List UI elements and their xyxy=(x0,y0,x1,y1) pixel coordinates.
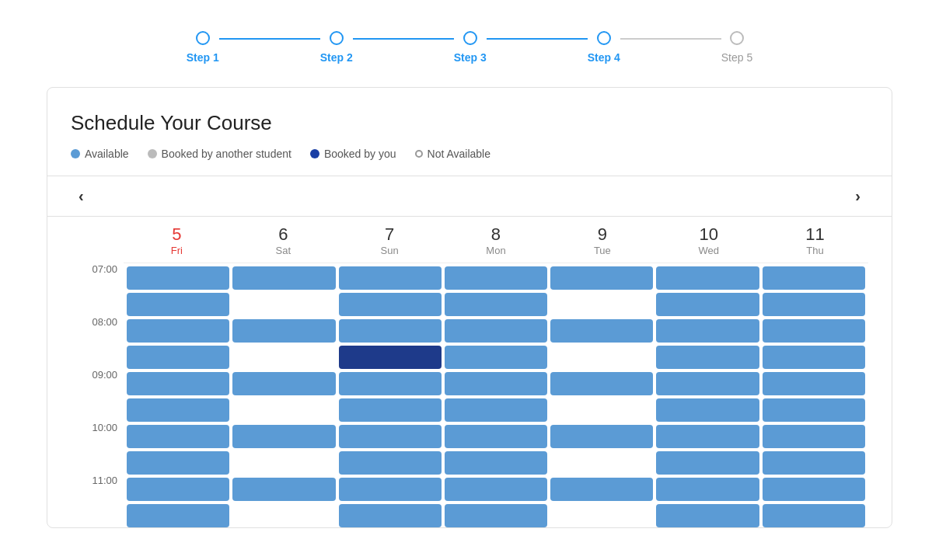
slot-col5-row2[interactable] xyxy=(656,319,759,343)
slot-col2-row7[interactable] xyxy=(339,451,442,475)
slot-col4-row8[interactable] xyxy=(550,478,653,501)
slot-col0-row9[interactable] xyxy=(127,504,229,527)
col-day-6 xyxy=(763,266,865,527)
day-name-6: Thu xyxy=(762,245,868,256)
slot-col3-row5[interactable] xyxy=(445,398,547,422)
slot-grid xyxy=(124,263,868,527)
stepper-section: Step 1 Step 2 Step 3 Step 4 xyxy=(0,0,939,87)
slot-col6-row5[interactable] xyxy=(763,398,865,422)
slot-col0-row5[interactable] xyxy=(127,398,229,422)
page-wrapper: Step 1 Step 2 Step 3 Step 4 xyxy=(0,0,939,560)
day-number-6: 11 xyxy=(762,224,868,245)
slot-col2-row4[interactable] xyxy=(339,372,442,395)
slot-col3-row0[interactable] xyxy=(445,266,547,290)
day-number-1: 6 xyxy=(230,224,337,245)
legend-booked-you: Booked by you xyxy=(310,148,396,160)
step-item-5: Step 5 xyxy=(721,31,752,64)
col-day-3 xyxy=(445,266,547,527)
slot-col3-row4[interactable] xyxy=(445,372,547,395)
slot-col1-row0[interactable] xyxy=(232,266,335,290)
legend-label-another: Booked by another student xyxy=(162,148,291,160)
slot-col5-row5[interactable] xyxy=(656,398,759,422)
slot-col0-row4[interactable] xyxy=(127,372,229,395)
slot-col2-row0[interactable] xyxy=(339,266,442,290)
slot-col3-row6[interactable] xyxy=(445,425,547,448)
col-day-1 xyxy=(232,266,335,527)
legend-label-available: Available xyxy=(85,148,129,160)
slot-col1-row2[interactable] xyxy=(232,319,335,343)
step-connector-4-5 xyxy=(620,38,721,40)
slot-col6-row7[interactable] xyxy=(763,451,865,475)
slot-col2-row6[interactable] xyxy=(339,425,442,448)
prev-week-button[interactable]: ‹ xyxy=(79,187,84,205)
slot-col2-row5[interactable] xyxy=(339,398,442,422)
slot-col4-row2[interactable] xyxy=(550,319,653,343)
slot-col3-row8[interactable] xyxy=(445,478,547,501)
slot-col1-row3 xyxy=(232,346,335,369)
slot-col3-row3[interactable] xyxy=(445,346,547,369)
slot-col0-row2[interactable] xyxy=(127,319,229,343)
slot-col2-row2[interactable] xyxy=(339,319,442,343)
slot-col2-row1[interactable] xyxy=(339,293,442,316)
slot-col5-row7[interactable] xyxy=(656,451,759,475)
slot-col4-row6[interactable] xyxy=(550,425,653,448)
days-area: 5 Fri 6 Sat 7 Sun 8 Mon xyxy=(124,217,868,527)
day-header-2: 7 Sun xyxy=(337,224,443,256)
step-circle-2 xyxy=(330,31,344,45)
day-header-3: 8 Mon xyxy=(443,224,550,256)
slot-col6-row6[interactable] xyxy=(763,425,865,448)
legend-dot-available xyxy=(71,149,80,158)
day-headers: 5 Fri 6 Sat 7 Sun 8 Mon xyxy=(124,217,868,263)
col-day-4 xyxy=(550,266,653,527)
slot-col4-row4[interactable] xyxy=(550,372,653,395)
stepper: Step 1 Step 2 Step 3 Step 4 xyxy=(187,31,753,64)
slot-col5-row3[interactable] xyxy=(656,346,759,369)
slot-col6-row3[interactable] xyxy=(763,346,865,369)
step-label-3: Step 3 xyxy=(454,51,487,64)
slot-col6-row0[interactable] xyxy=(763,266,865,290)
slot-col0-row6[interactable] xyxy=(127,425,229,448)
slot-col5-row6[interactable] xyxy=(656,425,759,448)
slot-col3-row2[interactable] xyxy=(445,319,547,343)
day-number-0: 5 xyxy=(124,224,230,245)
slot-col6-row4[interactable] xyxy=(763,372,865,395)
day-name-0: Fri xyxy=(124,245,230,256)
step-label-5: Step 5 xyxy=(721,51,752,64)
slot-col5-row4[interactable] xyxy=(656,372,759,395)
slot-col5-row0[interactable] xyxy=(656,266,759,290)
slot-col0-row0[interactable] xyxy=(127,266,229,290)
slot-col5-row1[interactable] xyxy=(656,293,759,316)
slot-col3-row1[interactable] xyxy=(445,293,547,316)
slot-col3-row9[interactable] xyxy=(445,504,547,527)
slot-col2-row3[interactable] xyxy=(339,346,442,369)
slot-col4-row0[interactable] xyxy=(550,266,653,290)
col-day-2 xyxy=(339,266,442,527)
slot-col5-row9[interactable] xyxy=(656,504,759,527)
slot-col6-row9[interactable] xyxy=(763,504,865,527)
slot-col6-row2[interactable] xyxy=(763,319,865,343)
legend-label-booked-you: Booked by you xyxy=(324,148,396,160)
day-number-3: 8 xyxy=(443,224,550,245)
slot-col0-row1[interactable] xyxy=(127,293,229,316)
step-connector-3-4 xyxy=(487,38,588,40)
slot-col1-row6[interactable] xyxy=(232,425,335,448)
slot-col1-row4[interactable] xyxy=(232,372,335,395)
slot-col0-row7[interactable] xyxy=(127,451,229,475)
slot-col6-row8[interactable] xyxy=(763,478,865,501)
step-circle-3 xyxy=(463,31,477,45)
slot-col2-row8[interactable] xyxy=(339,478,442,501)
slot-col3-row7[interactable] xyxy=(445,451,547,475)
slot-col5-row8[interactable] xyxy=(656,478,759,501)
step-item-4: Step 4 xyxy=(588,31,620,64)
time-label-800: 08:00 xyxy=(71,315,124,367)
slot-col1-row8[interactable] xyxy=(232,478,335,501)
slot-col0-row8[interactable] xyxy=(127,478,229,501)
slot-col0-row3[interactable] xyxy=(127,346,229,369)
slot-col6-row1[interactable] xyxy=(763,293,865,316)
slot-col2-row9[interactable] xyxy=(339,504,442,527)
day-name-1: Sat xyxy=(230,245,337,256)
day-header-4: 9 Tue xyxy=(549,224,655,256)
step-connector-2-3 xyxy=(353,38,454,40)
slot-col4-row7 xyxy=(550,451,653,475)
next-week-button[interactable]: › xyxy=(855,187,860,205)
